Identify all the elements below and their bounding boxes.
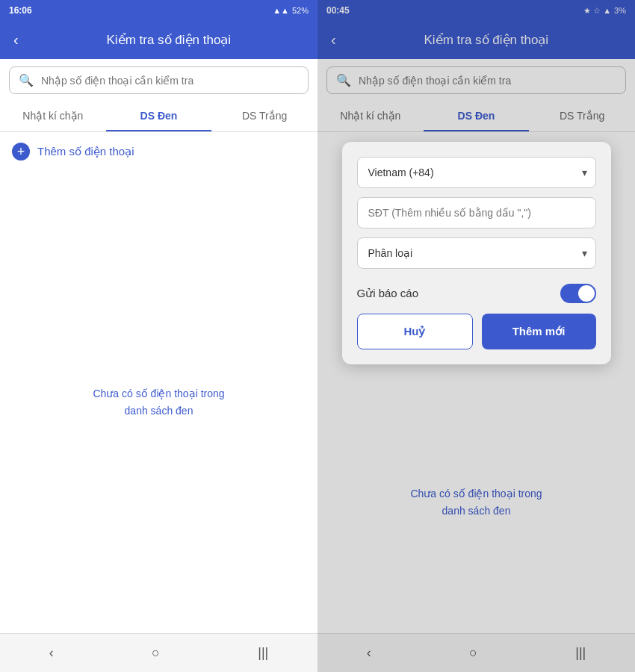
category-select-wrapper[interactable]: Phân loại Spam Lừa đảo Quảng cáo ▾ xyxy=(357,237,596,269)
left-tab-nhat-ki-chan[interactable]: Nhật kí chặn xyxy=(0,102,106,131)
left-bottom-nav: ‹ ○ ||| xyxy=(0,633,318,672)
left-search-bar[interactable]: 🔍 xyxy=(9,66,309,94)
left-header-title: Kiểm tra số điện thoại xyxy=(32,32,306,48)
left-nav-home[interactable]: ○ xyxy=(137,639,175,667)
left-tab-ds-den[interactable]: DS Đen xyxy=(106,102,212,131)
left-add-circle-icon: + xyxy=(12,143,30,161)
left-status-icons: ▲▲ 52% xyxy=(273,6,309,15)
left-nav-recent[interactable]: ||| xyxy=(243,639,283,667)
add-phone-modal: Vietnam (+84) USA (+1) Japan (+81) ▾ Phâ… xyxy=(342,142,611,364)
add-new-button[interactable]: Thêm mới xyxy=(482,314,596,349)
left-search-container: 🔍 xyxy=(0,59,318,102)
left-battery: 52% xyxy=(292,6,309,15)
modal-overlay: Vietnam (+84) USA (+1) Japan (+81) ▾ Phâ… xyxy=(318,0,635,672)
modal-buttons: Huỷ Thêm mới xyxy=(357,314,596,349)
left-search-input[interactable] xyxy=(41,75,299,87)
left-empty-state: Chưa có số điện thoại trongdanh sách đen xyxy=(0,171,318,633)
left-signal-icon: ▲▲ xyxy=(273,6,289,15)
category-select[interactable]: Phân loại Spam Lừa đảo Quảng cáo xyxy=(357,237,596,269)
left-tabs: Nhật kí chặn DS Đen DS Trắng xyxy=(0,102,318,132)
left-add-phone-label: Thêm số điện thoại xyxy=(37,145,134,158)
phone-number-input[interactable] xyxy=(357,197,596,228)
left-tab-ds-trang[interactable]: DS Trắng xyxy=(211,102,318,131)
left-search-icon: 🔍 xyxy=(19,73,34,87)
left-panel: 16:06 ▲▲ 52% ‹ Kiểm tra số điện thoại 🔍 … xyxy=(0,0,318,672)
left-header: ‹ Kiểm tra số điện thoại xyxy=(0,21,318,59)
left-nav-back[interactable]: ‹ xyxy=(34,639,69,667)
country-select-wrapper[interactable]: Vietnam (+84) USA (+1) Japan (+81) ▾ xyxy=(357,157,596,188)
toggle-label: Gửi báo cáo xyxy=(357,287,419,300)
send-report-toggle[interactable] xyxy=(560,284,596,303)
send-report-row: Gửi báo cáo xyxy=(357,278,596,314)
cancel-button[interactable]: Huỷ xyxy=(357,314,473,349)
category-field: Phân loại Spam Lừa đảo Quảng cáo ▾ xyxy=(357,237,596,269)
country-field: Vietnam (+84) USA (+1) Japan (+81) ▾ xyxy=(357,157,596,188)
left-content: + Thêm số điện thoại Chưa có số điện tho… xyxy=(0,132,318,633)
left-back-button[interactable]: ‹ xyxy=(12,30,20,50)
country-select[interactable]: Vietnam (+84) USA (+1) Japan (+81) xyxy=(357,157,596,188)
right-panel: 00:45 ★ ☆ ▲ 3% ‹ Kiểm tra số điện thoại … xyxy=(318,0,635,672)
left-time: 16:06 xyxy=(9,5,32,16)
left-empty-text: Chưa có số điện thoại trongdanh sách đen xyxy=(93,385,224,419)
toggle-knob xyxy=(578,285,595,302)
left-status-bar: 16:06 ▲▲ 52% xyxy=(0,0,318,21)
left-add-phone-button[interactable]: + Thêm số điện thoại xyxy=(0,132,318,171)
phone-field xyxy=(357,197,596,228)
